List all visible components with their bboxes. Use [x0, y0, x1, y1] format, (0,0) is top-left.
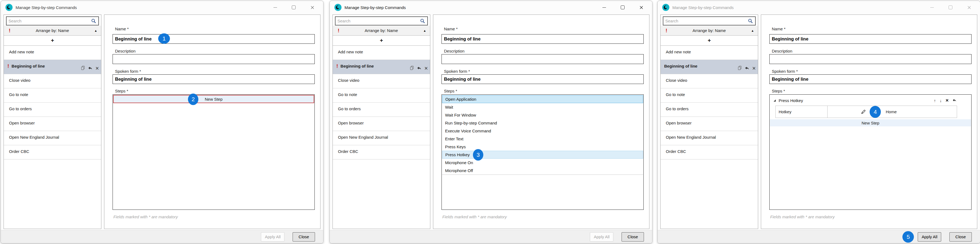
move-step-up-icon[interactable]: ↑	[934, 99, 936, 102]
step-type-option[interactable]: Microphone Off	[442, 167, 643, 174]
search-input[interactable]	[336, 19, 420, 23]
copy-command-icon[interactable]	[410, 65, 414, 71]
undo-command-icon[interactable]	[745, 66, 749, 70]
apply-all-button[interactable]: Apply All	[261, 232, 285, 242]
undo-command-icon[interactable]	[417, 66, 421, 70]
step-type-option-highlighted[interactable]: Press Hotkey 3	[442, 151, 643, 159]
close-window-button[interactable]	[632, 1, 651, 14]
command-item[interactable]: Go to orders	[333, 102, 430, 117]
name-label: Name *	[444, 27, 458, 31]
command-item[interactable]: Order CBC	[660, 145, 758, 159]
command-list: Add new note Beginning of line × Close v…	[660, 46, 758, 229]
command-item[interactable]: Open browser	[333, 117, 430, 131]
command-item[interactable]: Close video	[4, 74, 101, 88]
command-item[interactable]: Go to note	[660, 88, 758, 102]
commands-sidebar: ! Arrange by: Name ▲ + Add new note Begi…	[660, 14, 758, 229]
maximize-icon	[621, 5, 625, 9]
command-item[interactable]: Go to orders	[4, 102, 101, 117]
command-item[interactable]: Open New England Journal	[660, 131, 758, 145]
step-type-option[interactable]: Execute Voice Command	[442, 127, 643, 135]
steps-label: Steps *	[772, 89, 785, 93]
title-bar[interactable]: Manage Step-by-step Commands	[1, 1, 323, 14]
close-icon	[640, 6, 643, 9]
maximize-button[interactable]	[285, 1, 303, 14]
maximize-button[interactable]	[613, 1, 632, 14]
command-item[interactable]: Go to note	[4, 88, 101, 102]
close-dialog-button[interactable]: Close	[293, 232, 315, 242]
new-step-row[interactable]: 2 New Step	[113, 95, 314, 103]
close-dialog-button[interactable]: Close	[622, 232, 644, 242]
step-header-press-hotkey[interactable]: Press Hotkey ↑ ↓ ×	[770, 97, 971, 104]
name-field[interactable]: Beginning of line	[769, 34, 972, 44]
command-item[interactable]: Add new note	[660, 46, 758, 60]
command-item[interactable]: Close video	[660, 74, 758, 88]
step-type-option[interactable]: Run Step-by-step Command	[442, 119, 643, 127]
command-item-selected[interactable]: ! Beginning of line ×	[333, 60, 430, 74]
copy-command-icon[interactable]	[81, 65, 85, 71]
window-title: Manage Step-by-step Commands	[345, 5, 406, 10]
command-item[interactable]: Open browser	[660, 117, 758, 131]
add-command-button[interactable]: +	[333, 35, 430, 46]
step-type-option[interactable]: Wait	[442, 103, 643, 111]
new-step-row[interactable]: New Step	[770, 119, 971, 126]
close-window-button[interactable]	[960, 1, 978, 14]
undo-step-icon[interactable]	[952, 98, 956, 103]
minimize-button[interactable]	[595, 1, 613, 14]
spoken-form-field[interactable]: Beginning of line	[442, 74, 644, 84]
delete-command-icon[interactable]: ×	[95, 67, 99, 70]
arrange-by-row[interactable]: ! Arrange by: Name ▲	[4, 26, 101, 35]
add-command-button[interactable]: +	[4, 35, 101, 46]
apply-all-button[interactable]: Apply All	[918, 232, 941, 242]
edit-hotkey-icon[interactable]	[860, 109, 866, 114]
move-step-down-icon[interactable]: ↓	[940, 99, 942, 102]
command-item[interactable]: Open browser	[4, 117, 101, 131]
step-type-option-selected[interactable]: Open Application	[442, 95, 643, 103]
minimize-button[interactable]	[923, 1, 941, 14]
step-type-option[interactable]: Wait For Window	[442, 111, 643, 119]
description-field[interactable]	[442, 54, 644, 64]
delete-step-icon[interactable]: ×	[946, 99, 948, 102]
description-field[interactable]	[769, 54, 972, 64]
command-item[interactable]: Add new note	[4, 46, 101, 60]
command-item[interactable]: Go to note	[333, 88, 430, 102]
title-bar[interactable]: Manage Step-by-step Commands	[330, 1, 652, 14]
close-dialog-button[interactable]: Close	[950, 232, 972, 242]
steps-editor: Open Application Wait Wait For Window Ru…	[442, 94, 644, 210]
command-item[interactable]: Order CBC	[4, 145, 101, 159]
arrange-by-row[interactable]: ! Arrange by: Name ▲	[660, 26, 758, 35]
command-item[interactable]: Open New England Journal	[333, 131, 430, 145]
footer-bar: 5 Apply All Close	[658, 230, 980, 243]
step-type-option[interactable]: Enter Text	[442, 135, 643, 143]
spoken-form-field[interactable]: Beginning of line	[769, 74, 972, 84]
description-field[interactable]	[113, 54, 315, 64]
command-item[interactable]: Add new note	[333, 46, 430, 60]
add-command-button[interactable]: +	[660, 35, 758, 46]
collapse-step-icon[interactable]	[773, 99, 776, 102]
close-window-button[interactable]	[303, 1, 321, 14]
apply-all-button[interactable]: Apply All	[590, 232, 613, 242]
spoken-form-field[interactable]: Beginning of line	[113, 74, 315, 84]
minimize-icon	[274, 7, 277, 8]
window-controls	[266, 1, 321, 14]
command-item-selected[interactable]: ! Beginning of line ×	[4, 60, 101, 74]
step-type-option[interactable]: Press Keys	[442, 143, 643, 151]
command-item[interactable]: Order CBC	[333, 145, 430, 159]
copy-command-icon[interactable]	[738, 65, 742, 71]
name-field[interactable]: Beginning of line 1	[113, 34, 315, 44]
name-field[interactable]: Beginning of line	[442, 34, 644, 44]
command-item[interactable]: Open New England Journal	[4, 131, 101, 145]
undo-command-icon[interactable]	[88, 66, 92, 70]
step-type-option[interactable]: Microphone On	[442, 159, 643, 167]
delete-command-icon[interactable]: ×	[752, 67, 756, 70]
command-item[interactable]: Close video	[333, 74, 430, 88]
arrange-by-row[interactable]: ! Arrange by: Name ▲	[333, 26, 430, 35]
spoken-form-label: Spoken form *	[115, 69, 141, 73]
command-item-selected[interactable]: Beginning of line ×	[660, 60, 758, 74]
search-input[interactable]	[663, 19, 748, 23]
search-input[interactable]	[6, 19, 91, 23]
title-bar[interactable]: Manage Step-by-step Commands	[658, 1, 980, 14]
minimize-button[interactable]	[266, 1, 285, 14]
delete-command-icon[interactable]: ×	[424, 67, 428, 70]
maximize-button[interactable]	[941, 1, 960, 14]
command-item[interactable]: Go to orders	[660, 102, 758, 117]
